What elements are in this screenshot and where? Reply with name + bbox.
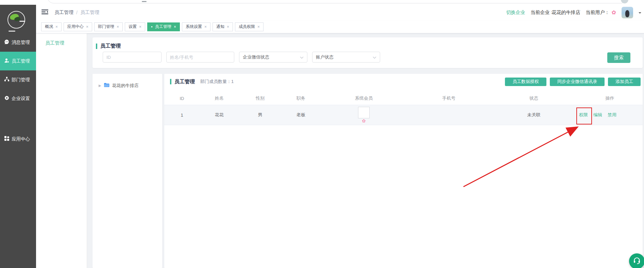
current-company: 当前企业：花花的牛排店	[531, 10, 580, 16]
tab-member-permissions[interactable]: 成员权限×	[235, 22, 264, 31]
sidebar: 消息管理 员工管理 部门管理 企业设置	[0, 5, 36, 268]
breadcrumb-separator: /	[76, 10, 78, 15]
user-dropdown-caret-icon[interactable]	[639, 12, 641, 15]
current-company-value: 花花的牛排店	[552, 10, 580, 16]
active-dot-icon: ●	[151, 26, 153, 28]
chat-icon	[4, 39, 10, 46]
tab-app-center[interactable]: 应用中心×	[64, 22, 92, 31]
flower-emoji-icon: ✿	[362, 119, 366, 123]
table-card-header: 员工管理 部门成员数量：1 员工数据授权 同步企业微信通讯录 添加员工	[164, 77, 643, 86]
chevron-down-icon	[300, 55, 304, 60]
title-accent-bar	[170, 79, 171, 84]
main-content: 员工管理 员工管理 企业微信状态 账户状态 搜索 ▶	[36, 33, 644, 268]
sidebar-item-app-center[interactable]: 应用中心	[0, 130, 36, 148]
sidebar-item-label: 应用中心	[12, 136, 30, 142]
tab-overview[interactable]: 概况×	[41, 22, 62, 31]
table-row: 1 花花 男 老板 ✿ 未关联 权限 编辑 禁用	[164, 105, 643, 125]
disable-link[interactable]: 禁用	[608, 112, 616, 118]
data-authorize-button[interactable]: 员工数据授权	[505, 78, 546, 86]
sidebar-item-label: 消息管理	[12, 39, 30, 46]
tab-settings[interactable]: 设置×	[125, 22, 145, 31]
wechat-status-select[interactable]: 企业微信状态	[239, 52, 307, 63]
name-phone-input[interactable]	[166, 52, 234, 63]
col-job: 职务	[281, 95, 321, 101]
close-icon[interactable]: ×	[257, 25, 260, 29]
submenu-panel: 员工管理	[36, 33, 87, 268]
member-avatar[interactable]	[358, 107, 370, 118]
tab-employees-active[interactable]: ●员工管理×	[147, 22, 180, 31]
cell-name: 花花	[200, 112, 239, 118]
add-employee-button[interactable]: 添加员工	[608, 78, 641, 86]
flower-emoji-icon: ✿	[612, 10, 616, 15]
col-system-member: 系统会员	[321, 95, 407, 101]
filter-card-title: 员工管理	[96, 43, 121, 49]
permission-link[interactable]: 权限	[579, 112, 588, 118]
col-actions: 操作	[577, 95, 643, 101]
department-tree-panel: ▶ 花花的牛排店	[92, 74, 162, 268]
current-user: 当前用户： ✿	[586, 10, 616, 16]
close-icon[interactable]: ×	[174, 25, 176, 29]
company-logo	[7, 10, 28, 33]
grid-icon	[4, 136, 10, 142]
tab-departments[interactable]: 部门管理×	[94, 22, 123, 31]
browser-strip	[0, 0, 644, 5]
cell-system-member: ✿	[321, 105, 407, 125]
col-gender: 性别	[239, 95, 281, 101]
caret-right-icon[interactable]: ▶	[99, 84, 101, 87]
id-input[interactable]	[103, 52, 162, 63]
close-icon[interactable]: ×	[86, 25, 88, 29]
customer-service-fab[interactable]	[629, 253, 644, 268]
tree-node-label: 花花的牛排店	[112, 83, 139, 89]
sidebar-item-company-settings[interactable]: 企业设置	[0, 89, 36, 108]
headset-icon	[633, 256, 641, 266]
user-avatar[interactable]	[622, 7, 633, 18]
org-icon	[4, 77, 10, 83]
member-count: 部门成员数量：1	[200, 79, 234, 85]
browser-address-text-fragment	[142, 1, 147, 2]
sync-wechat-contacts-button[interactable]: 同步企业微信通讯录	[550, 78, 605, 86]
logo-circle	[7, 11, 25, 29]
folder-icon	[104, 83, 110, 89]
user-icon	[4, 58, 10, 64]
app-header: 员工管理 / 员工管理 切换企业 当前企业：花花的牛排店 当前用户： ✿	[36, 5, 644, 20]
cell-id: 1	[164, 113, 200, 118]
current-user-label: 当前用户：	[586, 10, 610, 16]
close-icon[interactable]: ×	[139, 25, 141, 29]
filter-card: 员工管理 企业微信状态 账户状态 搜索	[92, 37, 643, 68]
col-id: ID	[164, 96, 200, 101]
gear-icon	[4, 95, 10, 102]
sidebar-item-label: 企业设置	[12, 96, 30, 102]
menu-fold-icon[interactable]	[41, 9, 48, 16]
sidebar-item-label: 部门管理	[12, 77, 30, 83]
tab-notifications[interactable]: 通知×	[213, 22, 233, 31]
search-button[interactable]: 搜索	[607, 52, 630, 63]
sidebar-item-label: 员工管理	[12, 58, 30, 64]
col-name: 姓名	[200, 95, 239, 101]
breadcrumb-root[interactable]: 员工管理	[54, 10, 73, 16]
edit-link[interactable]: 编辑	[593, 112, 602, 118]
close-icon[interactable]: ×	[204, 25, 207, 29]
close-icon[interactable]: ×	[117, 25, 119, 29]
col-status: 状态	[491, 95, 577, 101]
table-title: 员工管理	[174, 79, 195, 85]
sidebar-item-departments[interactable]: 部门管理	[0, 70, 36, 89]
tab-system-settings[interactable]: 系统设置×	[182, 22, 210, 31]
close-icon[interactable]: ×	[55, 25, 58, 29]
submenu-item-employees[interactable]: 员工管理	[36, 40, 87, 46]
app-window: 消息管理 员工管理 部门管理 企业设置	[0, 0, 644, 268]
sidebar-item-employees[interactable]: 员工管理	[0, 52, 36, 70]
sidebar-item-messages[interactable]: 消息管理	[0, 33, 36, 52]
cell-gender: 男	[239, 112, 281, 118]
employee-table-card: 员工管理 部门成员数量：1 员工数据授权 同步企业微信通讯录 添加员工 ID 姓…	[164, 74, 643, 268]
cell-status: 未关联	[491, 112, 577, 118]
table-header-row: ID 姓名 性别 职务 系统会员 手机号 状态 操作	[164, 94, 643, 103]
account-status-select[interactable]: 账户状态	[312, 52, 380, 63]
close-icon[interactable]: ×	[227, 25, 229, 29]
switch-company-link[interactable]: 切换企业	[506, 10, 525, 16]
title-accent-bar	[96, 44, 97, 49]
chevron-down-icon	[373, 55, 376, 60]
current-company-label: 当前企业：	[531, 10, 555, 16]
browser-address-bar	[47, 0, 627, 3]
tree-node-company[interactable]: ▶ 花花的牛排店	[92, 74, 162, 89]
cell-job: 老板	[281, 112, 321, 118]
